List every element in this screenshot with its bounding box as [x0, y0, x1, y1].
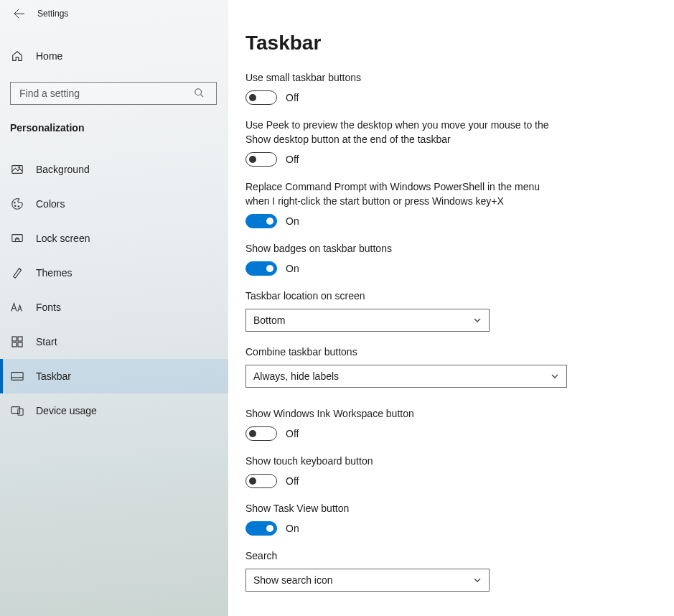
sidebar-item-start[interactable]: Start	[0, 325, 228, 359]
sidebar-item-label: Background	[36, 164, 90, 175]
setting-label: Show Windows Ink Workspace button	[245, 406, 561, 421]
toggle-state: Off	[286, 428, 299, 439]
themes-icon	[10, 266, 24, 279]
select-value: Always, hide labels	[253, 370, 339, 382]
setting-label: Combine taskbar buttons	[245, 345, 576, 359]
sidebar-item-label: Start	[36, 336, 57, 347]
start-icon	[10, 335, 24, 348]
svg-rect-10	[12, 342, 17, 347]
section-heading: Personalization	[0, 105, 228, 134]
taskbar-icon	[10, 370, 24, 383]
sidebar-item-themes[interactable]: Themes	[0, 256, 228, 290]
toggle-peek[interactable]	[245, 152, 277, 167]
toggle-ink[interactable]	[245, 426, 277, 441]
setting-label: Show touch keyboard button	[245, 454, 561, 468]
toggle-touch-keyboard[interactable]	[245, 474, 277, 488]
chevron-down-icon	[473, 316, 482, 325]
palette-icon	[10, 197, 24, 210]
main-pane: Taskbar Use small taskbar buttons Off Us…	[228, 0, 674, 616]
sidebar-item-taskbar[interactable]: Taskbar	[0, 359, 228, 393]
sidebar-item-background[interactable]: Background	[0, 152, 228, 187]
sidebar: Settings Home Personalization	[0, 0, 228, 616]
setting-touch-keyboard: Show touch keyboard button Off	[245, 454, 561, 488]
toggle-state: On	[286, 263, 299, 274]
toggle-state: On	[286, 523, 299, 534]
setting-label: Show badges on taskbar buttons	[245, 241, 561, 256]
svg-rect-12	[11, 373, 23, 381]
setting-powershell: Replace Command Prompt with Windows Powe…	[245, 179, 561, 228]
toggle-badges[interactable]	[245, 261, 277, 276]
back-arrow-icon	[14, 8, 25, 19]
setting-peek: Use Peek to preview the desktop when you…	[245, 118, 561, 167]
sidebar-item-label: Taskbar	[36, 370, 71, 382]
home-label: Home	[36, 50, 62, 62]
toggle-state: Off	[286, 92, 299, 103]
nav-list: Background Colors Lock screen	[0, 152, 228, 428]
setting-small-buttons: Use small taskbar buttons Off	[245, 70, 561, 105]
sidebar-item-label: Themes	[36, 267, 72, 279]
back-button[interactable]	[4, 2, 34, 25]
setting-label: Search	[245, 549, 561, 563]
search-wrap	[10, 82, 217, 105]
svg-point-4	[15, 205, 16, 206]
setting-search: Search Show search icon	[245, 549, 561, 592]
setting-label: Use small taskbar buttons	[245, 70, 561, 85]
titlebar: Settings	[0, 0, 228, 27]
toggle-task-view[interactable]	[245, 521, 277, 536]
chevron-down-icon	[473, 576, 482, 584]
select-location[interactable]: Bottom	[245, 309, 490, 332]
app-title: Settings	[37, 9, 68, 19]
setting-label: Use Peek to preview the desktop when you…	[245, 118, 561, 146]
select-combine[interactable]: Always, hide labels	[245, 365, 567, 388]
svg-point-5	[18, 206, 19, 207]
sidebar-item-label: Colors	[36, 198, 65, 210]
sidebar-item-colors[interactable]: Colors	[0, 187, 228, 221]
chevron-down-icon	[551, 372, 559, 381]
setting-location: Taskbar location on screen Bottom	[245, 289, 561, 332]
svg-rect-15	[18, 409, 23, 415]
setting-task-view: Show Task View button On	[245, 501, 561, 536]
search-input[interactable]	[10, 82, 217, 105]
sidebar-item-label: Lock screen	[36, 233, 90, 244]
svg-rect-7	[15, 239, 19, 242]
svg-rect-11	[18, 342, 22, 347]
page-title: Taskbar	[245, 32, 657, 55]
toggle-powershell[interactable]	[245, 214, 277, 228]
setting-badges: Show badges on taskbar buttons On	[245, 241, 561, 276]
fonts-icon	[10, 301, 24, 314]
sidebar-item-label: Fonts	[36, 302, 61, 313]
sidebar-item-lock-screen[interactable]: Lock screen	[0, 221, 228, 256]
setting-label: Replace Command Prompt with Windows Powe…	[245, 179, 561, 208]
picture-icon	[10, 163, 24, 176]
svg-rect-14	[11, 407, 20, 414]
select-value: Bottom	[253, 314, 285, 326]
settings-window: Settings Home Personalization	[0, 0, 674, 616]
home-icon	[10, 50, 24, 62]
svg-rect-8	[12, 337, 17, 341]
setting-combine: Combine taskbar buttons Always, hide lab…	[245, 345, 576, 388]
select-search[interactable]: Show search icon	[245, 569, 490, 592]
toggle-state: Off	[286, 475, 299, 487]
svg-rect-9	[18, 337, 22, 341]
home-nav[interactable]: Home	[0, 40, 228, 72]
toggle-state: On	[286, 215, 299, 227]
setting-ink: Show Windows Ink Workspace button Off	[245, 406, 561, 441]
svg-point-2	[19, 167, 20, 168]
svg-point-3	[14, 202, 15, 202]
setting-label: Show Task View button	[245, 501, 561, 515]
sidebar-item-label: Device usage	[36, 405, 97, 416]
sidebar-item-fonts[interactable]: Fonts	[0, 290, 228, 325]
toggle-small-buttons[interactable]	[245, 90, 277, 105]
lock-screen-icon	[10, 232, 24, 245]
sidebar-item-device-usage[interactable]: Device usage	[0, 393, 228, 428]
device-usage-icon	[10, 404, 24, 417]
select-value: Show search icon	[253, 574, 333, 586]
setting-label: Taskbar location on screen	[245, 289, 561, 303]
toggle-state: Off	[286, 154, 299, 165]
